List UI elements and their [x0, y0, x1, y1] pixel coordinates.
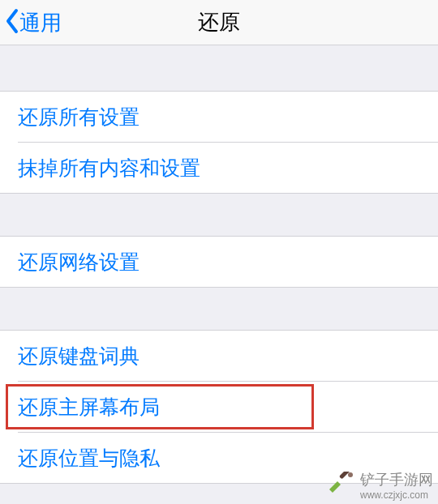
- row-label: 还原网络设置: [18, 249, 140, 275]
- back-button[interactable]: 通用: [3, 0, 62, 45]
- reset-network-settings-row[interactable]: 还原网络设置: [0, 237, 438, 287]
- reset-all-settings-row[interactable]: 还原所有设置: [0, 92, 438, 142]
- svg-point-1: [348, 472, 353, 477]
- watermark-text-block: 铲子手游网 www.czjxjc.com: [360, 470, 433, 501]
- back-label: 通用: [19, 9, 62, 37]
- row-label: 还原键盘词典: [18, 343, 140, 369]
- reset-keyboard-dictionary-row[interactable]: 还原键盘词典: [0, 331, 438, 381]
- watermark: 铲子手游网 www.czjxjc.com: [326, 470, 433, 501]
- group-spacer: [0, 288, 438, 330]
- erase-all-content-row[interactable]: 抹掉所有内容和设置: [0, 143, 438, 193]
- row-label: 还原主屏幕布局: [18, 394, 160, 421]
- row-label: 还原所有设置: [18, 104, 140, 130]
- chevron-left-icon: [3, 7, 21, 38]
- shovel-icon: [326, 472, 355, 499]
- list-group: 还原网络设置: [0, 236, 438, 288]
- row-label: 还原位置与隐私: [18, 445, 160, 472]
- watermark-url: www.czjxjc.com: [360, 489, 433, 501]
- group-spacer: [0, 45, 438, 91]
- reset-home-screen-layout-row[interactable]: 还原主屏幕布局: [0, 382, 438, 432]
- group-spacer: [0, 194, 438, 236]
- row-label: 抹掉所有内容和设置: [18, 155, 200, 182]
- list-group: 还原键盘词典 还原主屏幕布局 还原位置与隐私: [0, 330, 438, 484]
- watermark-title: 铲子手游网: [360, 470, 433, 489]
- list-group: 还原所有设置 抹掉所有内容和设置: [0, 91, 438, 194]
- page-title: 还原: [198, 8, 240, 36]
- nav-bar: 通用 还原: [0, 0, 438, 45]
